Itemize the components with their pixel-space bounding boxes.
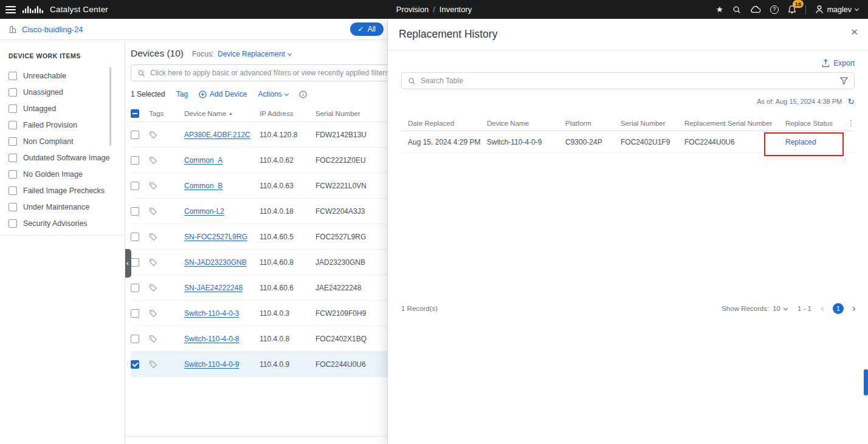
checkbox[interactable]	[9, 121, 17, 129]
tag-icon[interactable]	[149, 360, 184, 369]
tag-icon[interactable]	[149, 309, 184, 318]
panel-search-bar[interactable]	[401, 72, 855, 89]
export-button[interactable]: Export	[822, 59, 855, 67]
row-checkbox[interactable]	[131, 284, 139, 292]
checkbox[interactable]	[9, 88, 17, 97]
table-row[interactable]: Switch-110-4-0-3 110.4.0.3 FCW2109F0H9	[131, 301, 387, 326]
sidebar-item-no-golden-image[interactable]: No Golden Image	[0, 166, 125, 182]
user-menu[interactable]: maglev	[815, 5, 858, 14]
device-name-link[interactable]: SN-JAE24222248	[184, 284, 243, 292]
sidebar-item-untagged[interactable]: Untagged	[0, 100, 125, 117]
current-page-button[interactable]: 1	[833, 303, 844, 314]
help-icon[interactable]: ?	[770, 5, 779, 14]
tag-icon[interactable]	[149, 156, 184, 165]
replace-status-link[interactable]: Replaced	[785, 138, 816, 146]
building-icon	[9, 26, 17, 33]
checkbox[interactable]	[9, 154, 17, 162]
breadcrumb-page[interactable]: Inventory	[439, 5, 472, 14]
device-name-link[interactable]: Common_B	[184, 182, 222, 190]
tag-icon[interactable]	[149, 233, 184, 241]
chevron-left-icon	[126, 262, 130, 265]
tag-icon[interactable]	[149, 335, 184, 343]
tag-icon[interactable]	[149, 182, 184, 190]
checkbox[interactable]	[9, 170, 17, 179]
device-serial: FOC2527L9RG	[315, 233, 387, 241]
device-name-link[interactable]: Common_A	[184, 156, 222, 165]
device-name-link[interactable]: AP380E.4DBF.212C	[184, 131, 250, 139]
device-ip: 110.4.60.8	[260, 258, 315, 267]
sidebar-collapse-handle[interactable]	[125, 249, 131, 278]
row-checkbox[interactable]	[131, 233, 139, 241]
checkbox[interactable]	[9, 219, 17, 228]
close-icon[interactable]: ✕	[850, 27, 858, 38]
sidebar-item-security-advisories[interactable]: Security Advisories	[0, 215, 125, 231]
cloud-icon[interactable]	[750, 5, 761, 13]
all-filter-button[interactable]: ✓ All	[350, 22, 384, 36]
row-checkbox[interactable]	[131, 182, 139, 190]
sidebar-item-under-maintenance[interactable]: Under Maintenance	[0, 199, 125, 215]
info-icon[interactable]	[299, 91, 307, 98]
select-all-checkbox[interactable]	[131, 109, 139, 118]
panel-scrollbar-thumb[interactable]	[864, 369, 868, 395]
panel-search-input[interactable]	[421, 77, 835, 85]
row-checkbox[interactable]	[131, 207, 139, 216]
table-row[interactable]: Common-L2 110.4.0.18 FCW2204A3J3	[131, 199, 387, 224]
sidebar-item-failed-provision[interactable]: Failed Provision	[0, 117, 125, 133]
actions-menu-button[interactable]: Actions	[258, 90, 288, 98]
sidebar-item-non-compliant[interactable]: Non Compliant	[0, 133, 125, 149]
tag-icon[interactable]	[149, 131, 184, 139]
next-page-icon[interactable]	[852, 307, 855, 310]
add-device-button[interactable]: Add Device	[199, 90, 247, 98]
table-row[interactable]: SN-JAE24222248 110.4.60.6 JAE24222248	[131, 275, 387, 301]
device-name-link[interactable]: Switch-110-4-0-3	[184, 309, 239, 318]
tag-icon[interactable]	[149, 207, 184, 216]
sidebar-scrollbar[interactable]	[109, 67, 111, 146]
device-name-link[interactable]: SN-FOC2527L9RG	[184, 233, 247, 241]
menu-icon[interactable]	[5, 6, 16, 13]
sidebar-item-unassigned[interactable]: Unassigned	[0, 84, 125, 100]
star-icon[interactable]: ★	[716, 5, 723, 13]
checkbox[interactable]	[9, 203, 17, 211]
tag-action-button[interactable]: Tag	[176, 90, 188, 98]
row-checkbox[interactable]	[131, 258, 139, 267]
table-row[interactable]: Common_A 110.4.0.62 FOC2221Z0EU	[131, 148, 387, 173]
device-name-link[interactable]: Common-L2	[184, 207, 224, 216]
search-icon[interactable]	[732, 5, 741, 14]
breadcrumb-section[interactable]: Provision	[396, 5, 429, 14]
device-name-link[interactable]: Switch-110-4-0-8	[184, 335, 239, 343]
row-checkbox[interactable]	[131, 156, 139, 165]
row-checkbox[interactable]	[131, 309, 139, 318]
previous-page-icon[interactable]	[822, 307, 825, 310]
table-row[interactable]: SN-JAD23230GNB 110.4.60.8 JAD23230GNB	[131, 250, 387, 275]
sidebar-item-unreachable[interactable]: Unreachable	[0, 67, 125, 84]
row-checkbox[interactable]	[131, 131, 139, 139]
col-platform: Platform	[565, 120, 621, 127]
checkbox[interactable]	[9, 186, 17, 195]
site-name[interactable]: Cisco-buidling-24	[22, 25, 83, 34]
tag-icon[interactable]	[149, 258, 184, 267]
notifications-bell-icon[interactable]: 16	[788, 5, 796, 14]
history-table-header: Date Replaced Device Name Platform Seria…	[401, 115, 855, 131]
show-records-dropdown[interactable]: Show Records: 10	[722, 305, 787, 312]
refresh-icon[interactable]: ↻	[847, 97, 855, 106]
filter-funnel-icon[interactable]	[840, 77, 848, 84]
table-row-selected[interactable]: Switch-110-4-0-9 110.4.0.9 FOC2244U0U6	[131, 352, 387, 377]
tag-icon[interactable]	[149, 284, 184, 292]
checkbox[interactable]	[9, 137, 17, 146]
focus-value-dropdown[interactable]: Device Replacement	[218, 50, 291, 58]
table-row[interactable]: AP380E.4DBF.212C 110.4.120.8 FDW2142B13U	[131, 122, 387, 148]
device-name-link[interactable]: SN-JAD23230GNB	[184, 258, 247, 267]
checkbox[interactable]	[9, 72, 17, 80]
table-row[interactable]: Common_B 110.4.0.63 FCW2221L0VN	[131, 173, 387, 199]
col-device-name[interactable]: Device Name ▲	[184, 110, 260, 117]
device-name-link[interactable]: Switch-110-4-0-9	[184, 360, 239, 369]
row-checkbox[interactable]	[131, 360, 139, 369]
table-row[interactable]: Switch-110-4-0-8 110.4.0.8 FOC2402X1BQ	[131, 326, 387, 352]
row-checkbox[interactable]	[131, 335, 139, 343]
sidebar-item-failed-image-prechecks[interactable]: Failed Image Prechecks	[0, 182, 125, 199]
table-row[interactable]: SN-FOC2527L9RG 110.4.60.5 FOC2527L9RG	[131, 224, 387, 250]
checkbox[interactable]	[9, 104, 17, 113]
kebab-menu-icon[interactable]: ⋮	[845, 119, 855, 128]
sidebar-item-outdated-software-image[interactable]: Outdated Software Image	[0, 149, 125, 166]
col-ip-address: IP Address	[260, 110, 315, 117]
